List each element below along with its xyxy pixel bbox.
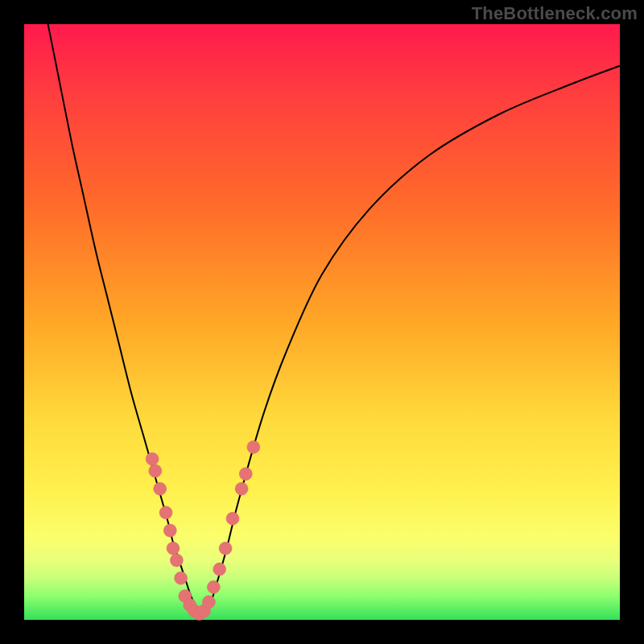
bottleneck-curve — [48, 24, 620, 614]
watermark-text: TheBottleneck.com — [472, 3, 638, 24]
highlight-dot — [154, 482, 167, 495]
highlight-dot — [239, 468, 252, 481]
highlight-dots-group — [146, 440, 260, 620]
highlight-dot — [213, 563, 226, 576]
highlight-dot — [170, 554, 183, 567]
highlight-dot — [207, 580, 220, 593]
highlight-dot — [167, 542, 180, 555]
highlight-dot — [159, 506, 172, 519]
highlight-dot — [175, 572, 188, 584]
highlight-dot — [163, 524, 176, 537]
highlight-dot — [235, 482, 248, 495]
highlight-dot — [226, 512, 239, 525]
highlight-dot — [247, 440, 260, 453]
highlight-dot — [202, 596, 215, 609]
highlight-dot — [219, 542, 232, 555]
highlight-dot — [149, 464, 162, 477]
chart-svg — [24, 24, 620, 620]
highlight-dot — [146, 452, 159, 465]
chart-frame: TheBottleneck.com — [0, 0, 644, 644]
chart-plot-area — [24, 24, 620, 620]
